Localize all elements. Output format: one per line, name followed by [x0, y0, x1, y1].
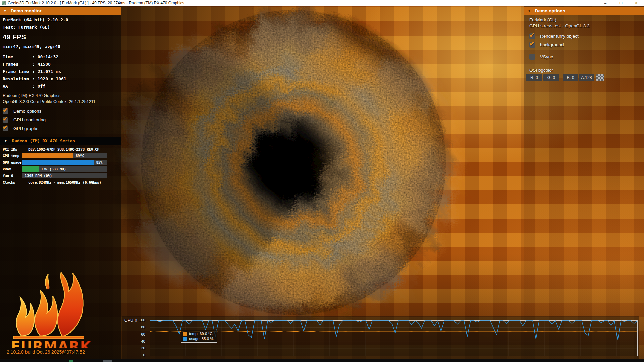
stat-aa: AAOff [3, 83, 66, 90]
checkbox-label: GPU graphs [13, 126, 38, 131]
temp-swatch-icon [183, 332, 187, 336]
checkbox-gpu-graphs[interactable]: GPU graphs [3, 126, 38, 131]
bgcolor-b-field[interactable]: B: 0 [563, 74, 578, 81]
checkbox-icon[interactable] [3, 126, 8, 131]
minimize-icon[interactable]: – [598, 0, 613, 6]
checkbox-icon[interactable] [529, 54, 535, 60]
demo-options-header[interactable]: ▼ Demo options [524, 7, 644, 15]
build-version-text: 2.10.2.0 build Oct 26 2025@07:47:52 [7, 349, 85, 355]
checkbox-label: GPU monitoring [13, 117, 46, 122]
maximize-icon[interactable]: ☐ [613, 0, 629, 6]
bgcolor-a-field[interactable]: A:128 [579, 74, 594, 81]
checkbox-demo-options[interactable]: Demo options [3, 108, 41, 114]
stat-frame-time: Frame time21.071 ms [3, 68, 66, 75]
checkbox-label: VSync [540, 54, 553, 59]
checkbox-icon[interactable] [529, 42, 535, 48]
checkbox-background[interactable]: background [529, 42, 564, 48]
demo-monitor-header[interactable]: ▼ Demo monitor [0, 7, 121, 15]
taskbar-icon-fragment [103, 360, 112, 362]
gpu-row-temp: GPU temp 69°C [0, 153, 121, 159]
opengl-version: OpenGL 3.2.0 Core Profile Context 26.1.1… [3, 99, 96, 105]
legend-usage: usage: 85.0 % [183, 337, 214, 341]
vram-bar: 13% (533 MB) [22, 166, 107, 172]
checkbox-label: background [540, 42, 564, 47]
gpu-row-clocks: Clockscore:824MHz - mem:1650MHz (6.6Gbps… [0, 179, 121, 186]
taskbar-edge[interactable] [0, 359, 644, 362]
legend-temp: temp: 69.0 °C [183, 331, 214, 336]
fps-min-max-avg: min:47, max:49, avg:48 [3, 44, 60, 49]
temp-bar: 69°C [22, 153, 107, 158]
checkbox-gpu-monitoring[interactable]: GPU monitoring [3, 117, 46, 123]
options-divider [527, 51, 639, 51]
demo-options-panel: ▼ Demo options FurMark (GL) GPU stress t… [524, 6, 644, 359]
osi-bgcolor-label: OSI bgcolor [529, 68, 553, 73]
vram-bar-fill [22, 166, 39, 172]
furmark-logo: FURMARK 2.10.2.0 build Oct 26 2025@07:47… [7, 258, 94, 355]
checkbox-icon[interactable] [3, 108, 8, 114]
options-test-title: FurMark (GL) [529, 17, 556, 22]
usage-bar: 85% [22, 160, 107, 165]
graph-y-axis: 10080 6040 200 [135, 316, 147, 359]
gpu-row-pci: PCI IDsDEV:1002-67DF SUB:148C-2373 REV:C… [0, 146, 121, 153]
taskbar-icon-fragment [69, 360, 73, 362]
stat-frames: Frames41588 [3, 61, 66, 68]
window-controls: – ☐ ✕ [598, 0, 644, 6]
render-viewport: ▼ Demo monitor FurMark (64-bit) 2.10.2.0… [0, 6, 644, 359]
gpu-name: Radeon (TM) RX 470 Graphics [3, 93, 96, 99]
window-title: Geeks3D FurMark 2.10.2.0 - [ FurMark (GL… [8, 1, 184, 5]
usage-bar-fill [22, 160, 94, 165]
graph-plot-area: temp: 69.0 °C usage: 85.0 % [150, 320, 638, 356]
checkbox-render-furry-object[interactable]: Render furry object [529, 33, 579, 39]
app-window-icon [2, 1, 6, 5]
app-version-line: FurMark (64-bit) 2.10.2.0 [3, 17, 68, 22]
panel-title: Demo monitor [11, 8, 42, 13]
window-titlebar: Geeks3D FurMark 2.10.2.0 - [ FurMark (GL… [0, 0, 644, 6]
options-test-subtitle: GPU stress test - OpenGL 3.2 [529, 23, 590, 28]
collapse-icon[interactable]: ▼ [528, 9, 531, 13]
temp-bar-fill [22, 153, 73, 158]
checkbox-label: Render furry object [540, 34, 579, 39]
checkbox-icon[interactable] [3, 117, 8, 123]
test-name-line: Test: FurMark (GL) [3, 25, 50, 30]
checkbox-icon[interactable] [529, 33, 535, 39]
checkbox-label: Demo options [13, 109, 41, 114]
gpu-row-usage: GPU usage 85% [0, 159, 121, 166]
collapse-icon[interactable]: ▼ [3, 9, 7, 13]
bgcolor-g-field[interactable]: G: 0 [543, 74, 559, 81]
stat-resolution: Resolution1920 x 1061 [3, 75, 66, 83]
graph-legend: temp: 69.0 °C usage: 85.0 % [181, 330, 217, 343]
gpu-row-fan: fan 0 1395 RPM (0%) [0, 173, 121, 179]
furmark-logo-text: FURMARK [11, 338, 91, 348]
bgcolor-preview-swatch[interactable] [596, 74, 604, 81]
close-icon[interactable]: ✕ [629, 0, 644, 6]
fps-value: 49 FPS [3, 33, 26, 41]
collapse-icon[interactable]: ▼ [4, 139, 7, 143]
gpu-gl-info: Radeon (TM) RX 470 Graphics OpenGL 3.2.0… [3, 93, 96, 105]
gpu-graph-panel: GPU 0 10080 6040 200 temp: 69.0 °C usage… [122, 316, 639, 359]
gpu-series-title: Radeon (TM) RX 470 Series [12, 138, 75, 143]
panel-title: Demo options [535, 8, 565, 13]
flame-logo-icon: FURMARK [7, 258, 91, 348]
fan-bar: 1395 RPM (0%) [22, 173, 107, 178]
gpu-row-vram: VRAM 13% (533 MB) [0, 166, 121, 173]
usage-swatch-icon [183, 337, 187, 341]
checkbox-vsync[interactable]: VSync [529, 54, 553, 60]
stats-block: Time00:14:32 Frames41588 Frame time21.07… [3, 53, 66, 90]
stat-time: Time00:14:32 [3, 53, 66, 61]
demo-monitor-panel: ▼ Demo monitor FurMark (64-bit) 2.10.2.0… [0, 6, 121, 359]
bgcolor-r-field[interactable]: R: 0 [526, 74, 542, 81]
gpu-series-header[interactable]: ▼ Radeon (TM) RX 470 Series [0, 137, 121, 145]
